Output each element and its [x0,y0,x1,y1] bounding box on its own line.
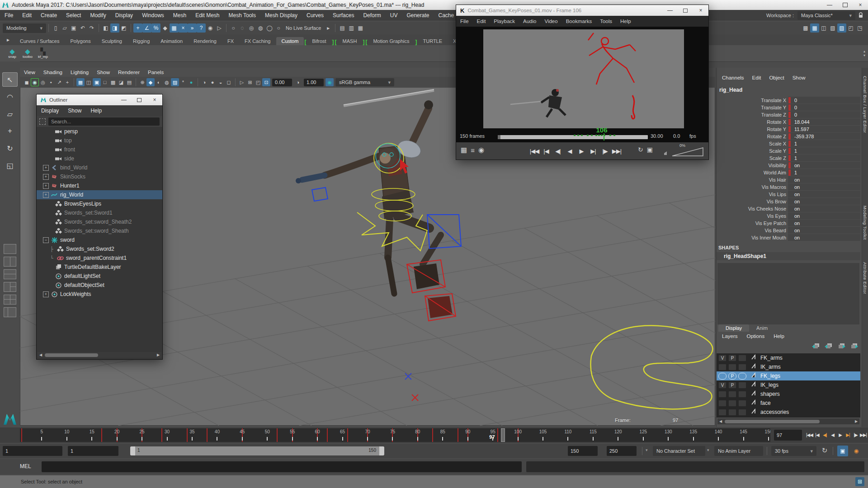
menu-deform[interactable]: Deform [359,12,385,19]
anim-start-field[interactable]: 1 [3,446,62,456]
current-time-marker[interactable] [501,428,505,442]
counter-icon-2[interactable]: ▦ [356,23,365,33]
lasso-tool[interactable]: ◠ [2,89,18,104]
layout-wide-button[interactable] [4,307,16,317]
layout-two-h-button[interactable] [4,269,16,279]
prev-bookmark-button[interactable]: |◀ [540,144,552,158]
menu-create[interactable]: Create [36,12,61,19]
panel-toolbar-icon-1[interactable]: ◉ [31,78,39,86]
channelbox-menu-show[interactable]: Show [790,75,811,80]
layer-playback-toggle[interactable] [728,400,736,407]
panel-toolbar-icon-12[interactable]: ◪ [117,78,125,86]
outliner-maximize-button[interactable] [132,95,147,105]
step-back-key-button[interactable]: |◀ [813,429,821,441]
shelf-tab-mash[interactable]: MASH [337,37,363,45]
outliner-item-side[interactable]: side [37,154,162,163]
layer-display-type-toggle[interactable] [738,382,746,389]
go-to-end-button[interactable]: ▶▶| [611,144,623,158]
expand-icon[interactable]: + [43,165,49,171]
player-menu-playback[interactable]: Playback [490,19,519,24]
layer-menu-help[interactable]: Help [769,333,789,339]
layer-playback-toggle[interactable] [728,364,736,371]
channel-value[interactable]: 1 [794,141,797,146]
panel-toolbar-icon-30[interactable]: ◰ [254,78,262,86]
channel-value[interactable]: 0 [794,98,797,103]
outliner-item-Swords_set_Sword1[interactable]: Swords_set:Sword1 [37,208,162,217]
sidebar-toggle-icon-4[interactable]: ▨ [837,23,846,33]
new-layer-from-selected-icon[interactable] [825,343,833,351]
outliner-item-bind_World[interactable]: +bind_World [37,163,162,172]
outliner-menu-help[interactable]: Help [86,108,106,114]
move-layer-up-icon[interactable] [837,343,845,351]
layer-display-type-toggle[interactable] [738,400,746,407]
new-empty-layer-icon[interactable] [812,343,820,351]
layer-playback-toggle[interactable]: P [728,382,736,389]
sidebar-toggle-icon-1[interactable]: ▦ [810,23,819,33]
go-to-start-button[interactable]: |◀◀ [528,144,540,158]
panel-toolbar-icon-28[interactable]: ▷ [238,78,246,86]
layer-playback-toggle[interactable] [728,409,736,416]
channel-value[interactable]: 1 [794,170,797,175]
layer-playback-toggle[interactable]: P [728,373,736,380]
select-mode-icon-0[interactable]: ◧ [101,23,110,33]
layer-row-face[interactable]: face [717,399,860,408]
command-language-label[interactable]: MEL [20,463,31,469]
panel-toolbar-icon-3[interactable]: ▪ [47,78,55,86]
shelf-tab-rendering[interactable]: Rendering [188,37,222,45]
snap-icon-5[interactable]: × [179,23,188,33]
panel-toolbar-icon-11[interactable]: ▩ [109,78,117,86]
outliner-close-button[interactable]: × [147,95,162,105]
panel-menu-shading[interactable]: Shading [39,70,66,75]
command-output[interactable] [526,461,864,472]
layer-display-type-toggle[interactable] [738,373,746,380]
layer-visibility-toggle[interactable] [718,391,726,398]
layer-visibility-toggle[interactable] [718,400,726,407]
shelf-tab-polygons[interactable]: Polygons [65,37,96,45]
channelbox-menu-channels[interactable]: Channels [719,75,750,80]
shelf-tab-curves-surfaces[interactable]: Curves / Surfaces [14,37,65,45]
panel-toolbar-icon-17[interactable]: ◐ [155,78,163,86]
outliner-item-TurtleDefaultBakeLayer[interactable]: TurtleDefaultBakeLayer [37,263,162,272]
outliner-item-top[interactable]: top [37,136,162,145]
player-playhead[interactable] [604,133,604,141]
outliner-titlebar[interactable]: Outliner — × [37,94,162,105]
layer-row-FK_arms[interactable]: VPFK_arms [717,353,860,362]
layer-tab-display[interactable]: Display [718,324,749,332]
menu-generate[interactable]: Generate [402,12,434,19]
panel-toolbar-icon-4[interactable]: ↗ [55,78,63,86]
outliner-item-Swords_set_sword_Sheath[interactable]: Swords_set:sword_Sheath [37,226,162,235]
shelf-tab-bifrost[interactable]: Bifrost [307,37,331,45]
panel-toolbar-icon-29[interactable]: ⊞ [246,78,254,86]
panel-menu-renderer[interactable]: Renderer [114,70,144,75]
step-forward-key-button[interactable]: |▶ [852,429,859,441]
snap-icon-3[interactable]: ◆ [160,23,170,33]
select-mode-icon-2[interactable]: ◩ [119,23,128,33]
history-icon-3[interactable]: ◍ [256,23,265,33]
layer-visibility-toggle[interactable] [718,373,726,380]
history-icon-1[interactable]: ◌ [238,23,247,33]
menu-display[interactable]: Display [111,12,137,19]
tile-view-icon[interactable]: ▦ [461,146,467,154]
lock-icon[interactable] [858,12,863,19]
layer-menu-options[interactable]: Options [742,333,769,339]
range-slider[interactable]: 1 150 [130,446,384,455]
side-tab-modeling-toolkit[interactable]: Modeling Toolkit [863,206,868,240]
outliner-minimize-button[interactable]: — [116,95,132,105]
panel-toolbar-icon-26[interactable]: ◻ [225,78,233,86]
sidebar-toggle-icon-3[interactable]: ▧ [828,23,837,33]
shelf-scroll-up-icon[interactable]: ▴ [863,49,865,53]
channel-value[interactable]: 0 [794,105,797,110]
outliner-item-rig_World[interactable]: +rig_World [37,190,162,199]
player-minimize-button[interactable]: — [662,5,678,15]
fps-dropdown[interactable]: 30 fps▾ [771,446,816,456]
layer-display-type-toggle[interactable] [738,409,746,416]
shelf-tab-fx[interactable]: FX [222,37,239,45]
shape-node-name[interactable]: rig_HeadShape1 [724,253,766,259]
shelf-item-kf_mp[interactable]: ▚kf_mp [35,46,51,61]
show-help-icon[interactable]: ⊞ [855,477,864,486]
channel-value[interactable]: 1 [794,148,797,154]
player-timeline[interactable] [498,135,648,139]
panel-menu-show[interactable]: Show [93,70,114,75]
exposure-field[interactable]: 0.00 [272,79,292,86]
list-view-icon[interactable]: ≡ [471,146,475,154]
